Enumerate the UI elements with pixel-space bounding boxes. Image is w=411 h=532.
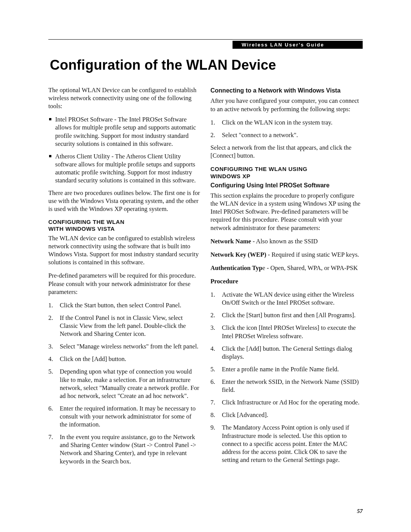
list-item: Atheros Client Utility - The Atheros Cli…	[48, 152, 201, 184]
list-item: In the event you require assistance, go …	[48, 433, 201, 465]
connect-intro: After you have configured your computer,…	[210, 97, 363, 113]
list-item: Select "Manage wireless networks" from t…	[48, 342, 201, 350]
list-item: Click Infrastructure or Ad Hoc for the o…	[210, 398, 363, 406]
list-item: Click on the [Add] button.	[48, 355, 201, 363]
list-item: Select "connect to a network".	[210, 131, 363, 139]
document-page: Wireless LAN User's Guide Configuration …	[0, 0, 411, 532]
param-label: Network Name	[210, 238, 251, 245]
list-item: Intel PROSet Software - The Intel PROSet…	[48, 115, 201, 147]
procedure-heading-label: Procedure	[210, 278, 238, 285]
list-item: Click the [Add] button. The General Sett…	[210, 345, 363, 361]
list-item: Click on the WLAN icon in the system tra…	[210, 118, 363, 126]
heading-line: CONFIGURING THE WLAN USING	[210, 166, 307, 172]
two-procedures-paragraph: There are two procedures outlines below.…	[48, 189, 201, 213]
left-column: The optional WLAN Device can be configur…	[48, 86, 201, 470]
header-rule	[48, 39, 363, 40]
list-item: Depending upon what type of connection y…	[48, 367, 201, 399]
param-network-name: Network Name - Also known as the SSID	[210, 237, 363, 245]
xp-subheading: Configuring Using Intel PROSet Software	[210, 182, 363, 189]
param-desc: - Required if using static WEP keys.	[266, 251, 359, 258]
param-desc: - Also known as the SSID	[251, 238, 318, 245]
param-label: Authentication Typ	[210, 264, 262, 272]
heading-line: WINDOWS XP	[210, 173, 250, 179]
intro-paragraph: The optional WLAN Device can be configur…	[48, 86, 201, 110]
list-item: Click the [Start] button first and then …	[210, 311, 363, 319]
list-item: Click [Advanced].	[210, 411, 363, 419]
heading-line: CONFIGURING THE WLAN	[48, 219, 124, 225]
xp-steps: Activate the WLAN device using either th…	[210, 291, 363, 464]
page-number: 57	[357, 508, 363, 514]
page-title: Configuration of the WLAN Device	[50, 57, 276, 73]
vista-intro-2: Pre-defined parameters will be required …	[48, 272, 201, 296]
list-item: Activate the WLAN device using either th…	[210, 291, 363, 307]
right-column: Connecting to a Network with Windows Vis…	[210, 86, 363, 470]
connect-tail: Select a network from the list that appe…	[210, 144, 363, 160]
param-label: Network Key (WEP)	[210, 251, 266, 258]
heading-line: WITH WINDOWS VISTA	[48, 225, 115, 232]
procedure-heading: Procedure	[210, 277, 363, 285]
connect-steps: Click on the WLAN icon in the system tra…	[210, 118, 363, 139]
param-network-key: Network Key (WEP) - Required if using st…	[210, 251, 363, 259]
tool-list: Intel PROSet Software - The Intel PROSet…	[48, 115, 201, 184]
list-item: Click the icon [Intel PROSet Wireless] t…	[210, 324, 363, 340]
content-columns: The optional WLAN Device can be configur…	[48, 86, 363, 470]
list-item: Click the Start button, then select Cont…	[48, 301, 201, 309]
xp-intro: This section explains the procedure to p…	[210, 192, 363, 232]
list-item: If the Control Panel is not in Classic V…	[48, 314, 201, 338]
list-item: Enter a profile name in the Profile Name…	[210, 365, 363, 373]
connect-heading: Connecting to a Network with Windows Vis…	[210, 87, 363, 94]
vista-intro-1: The WLAN device can be configured to est…	[48, 234, 201, 266]
vista-steps: Click the Start button, then select Cont…	[48, 301, 201, 465]
param-desc: e - Open, Shared, WPA, or WPA-PSK	[262, 264, 358, 272]
list-item: Enter the required information. It may b…	[48, 404, 201, 428]
xp-heading: CONFIGURING THE WLAN USING WINDOWS XP	[210, 166, 363, 180]
list-item: The Mandatory Access Point option is onl…	[210, 423, 363, 464]
header-bar: Wireless LAN User's Guide	[233, 41, 363, 49]
vista-heading: CONFIGURING THE WLAN WITH WINDOWS VISTA	[48, 219, 201, 233]
list-item: Enter the network SSID, in the Network N…	[210, 378, 363, 394]
param-auth-type: Authentication Type - Open, Shared, WPA,…	[210, 264, 363, 272]
